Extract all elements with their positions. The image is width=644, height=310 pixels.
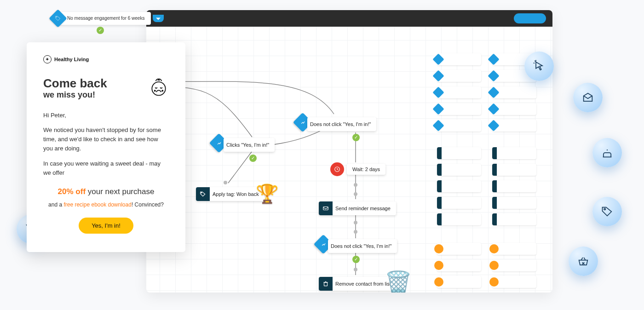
clock-icon (330, 162, 344, 176)
palette-tile[interactable] (437, 53, 481, 65)
connector-dot (354, 230, 357, 234)
connector-dot (354, 268, 357, 271)
action-node-wait[interactable]: Wait: 2 days (330, 162, 385, 176)
check-icon (97, 27, 104, 34)
palette-tile[interactable] (437, 276, 481, 288)
palette-tile[interactable] (492, 103, 536, 115)
palette-tile[interactable] (437, 147, 481, 159)
email-para-1: We noticed you haven't stopped by for so… (43, 126, 169, 153)
float-icon-envelope[interactable] (573, 83, 603, 112)
palette-tile[interactable] (437, 180, 481, 192)
palette-tile[interactable] (492, 120, 536, 132)
palette-tile[interactable] (437, 197, 481, 209)
svg-point-0 (56, 17, 57, 17)
float-icon-cake[interactable] (592, 138, 622, 167)
palette-tile[interactable] (437, 213, 481, 225)
palette-tile[interactable] (437, 120, 481, 132)
condition-label-not-click-1[interactable]: Does not click "Yes, I'm in!" (307, 117, 376, 131)
palette-col-c (437, 147, 481, 225)
svg-point-2 (155, 90, 155, 91)
svg-point-4 (201, 192, 202, 193)
email-cta-button[interactable]: Yes, I'm in! (79, 218, 133, 234)
palette-tile[interactable] (492, 86, 536, 98)
offer-percent: 20% off (58, 187, 86, 196)
condition-label-not-click-2[interactable]: Does not click "Yes, I'm in!" (328, 239, 397, 253)
connector-dot (354, 183, 357, 187)
palette-col-e (437, 243, 481, 288)
palette-tile[interactable] (437, 243, 481, 255)
app-logo-icon[interactable] (153, 15, 164, 22)
email-preview-card: ✦ Healthy Living Come back we miss you! … (27, 42, 185, 252)
palette-tile[interactable] (492, 276, 536, 288)
automation-trigger-node[interactable]: No message engagement for 6 weeks (58, 12, 151, 25)
palette-tile[interactable] (492, 180, 536, 192)
float-icon-basket[interactable] (569, 247, 598, 276)
condition-label-click-yes[interactable]: Clicks "Yes, I'm in!" (224, 138, 275, 152)
email-para-2: In case you were waiting a sweet deal - … (43, 159, 169, 178)
palette-tile[interactable] (437, 86, 481, 98)
automation-builder-frame: Clicks "Yes, I'm in!" Does not click "Ye… (146, 10, 552, 293)
app-header (146, 10, 552, 27)
float-icon-tag[interactable] (592, 197, 622, 226)
automation-canvas[interactable]: Clicks "Yes, I'm in!" Does not click "Ye… (146, 27, 552, 293)
palette-tile[interactable] (437, 70, 481, 82)
palette-tile[interactable] (492, 147, 536, 159)
header-primary-button[interactable] (514, 13, 546, 23)
svg-point-3 (162, 90, 163, 91)
check-icon (352, 256, 360, 263)
brand-icon: ✦ (43, 55, 52, 63)
palette-col-d (492, 147, 536, 225)
trash-icon (319, 277, 333, 291)
palette-tile[interactable] (492, 197, 536, 209)
email-brand: ✦ Healthy Living (43, 55, 169, 63)
sad-face-icon (149, 77, 169, 98)
palette-tile[interactable] (437, 259, 481, 271)
offer-link[interactable]: free recipe ebook download (63, 201, 131, 208)
check-icon (249, 155, 257, 162)
check-icon (352, 134, 360, 141)
trigger-label: No message engagement for 6 weeks (64, 13, 151, 24)
connector-dot (354, 221, 357, 224)
svg-rect-7 (324, 282, 328, 286)
palette-tile[interactable] (492, 243, 536, 255)
email-offer: 20% off your next purchase and a free re… (43, 186, 169, 209)
mail-icon (319, 201, 333, 215)
email-headline-2: we miss you! (43, 90, 107, 100)
tag-icon (49, 9, 67, 28)
action-node-apply-tag[interactable]: Apply tag: Won back (196, 187, 264, 201)
palette-col-f (492, 243, 536, 288)
connector-dot (224, 181, 227, 184)
palette-tile[interactable] (437, 164, 481, 176)
float-icon-cursor[interactable] (524, 52, 554, 81)
palette-tile[interactable] (492, 259, 536, 271)
tag-icon (196, 187, 210, 201)
svg-rect-6 (323, 207, 328, 210)
brand-name: Healthy Living (54, 57, 89, 62)
connector-dot (354, 192, 357, 196)
email-greeting: Hi Peter, (43, 111, 169, 120)
trophy-icon: 🏆 (256, 183, 279, 205)
palette-tile[interactable] (492, 213, 536, 225)
offer-rest: your next purchase (86, 187, 154, 196)
palette-col-a (437, 53, 481, 132)
email-headline-1: Come back (43, 77, 107, 89)
action-node-send-reminder[interactable]: Send reminder message (319, 201, 396, 215)
palette-tile[interactable] (492, 164, 536, 176)
svg-point-1 (152, 82, 165, 95)
trashcan-illustration: 🗑️ (385, 270, 412, 293)
palette-tile[interactable] (437, 103, 481, 115)
svg-point-10 (604, 208, 605, 210)
